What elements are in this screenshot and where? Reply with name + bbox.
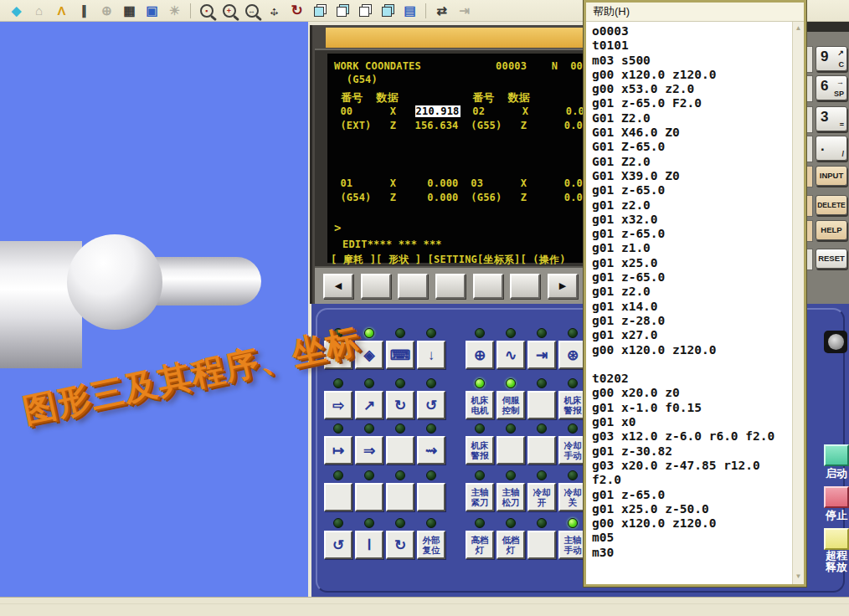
btn-blank[interactable]	[355, 483, 383, 511]
program-list-icon[interactable]: ▤	[399, 1, 421, 20]
pan-icon[interactable]	[263, 1, 286, 20]
tool-setup-icon[interactable]: Λ	[50, 1, 73, 20]
btn-skip[interactable]: ↗	[355, 391, 383, 419]
workpiece-icon[interactable]: ◆	[5, 1, 28, 20]
btn-machine-motor[interactable]: 机床 电机	[466, 391, 494, 419]
led-indicator	[475, 518, 485, 528]
machine-operate-icon[interactable]: ▦	[118, 1, 141, 20]
key-reset[interactable]: RESET	[816, 249, 847, 269]
cnc-display-unit: WORK COONDATES 00003 N 0003 (G54) 番号 数据 …	[310, 25, 586, 304]
key-9[interactable]: 9 ↗ C	[816, 46, 847, 71]
btn-coolant-manual[interactable]: 冷却 手动	[558, 436, 587, 465]
scroll-down-icon[interactable]: ▼	[793, 572, 804, 580]
btn-coolant-on[interactable]: 冷却 开	[527, 483, 556, 511]
btn-cycle[interactable]: ↺	[324, 531, 352, 559]
light-icon[interactable]: ☀	[163, 1, 186, 20]
key-3[interactable]: 3 =	[816, 106, 847, 131]
btn-index[interactable]: Ⅰ	[355, 531, 383, 559]
softkey-next-button[interactable]: ▶	[548, 274, 578, 299]
btn-machine-alarm[interactable]: 机床 警报	[558, 391, 587, 419]
key-delete[interactable]: DELETE	[816, 195, 847, 215]
key-help[interactable]: HELP	[816, 220, 847, 240]
swap-view-icon[interactable]: ⇄	[430, 1, 453, 20]
cycle-start-button[interactable]	[824, 444, 849, 466]
measure-icon[interactable]: ∥	[73, 1, 95, 20]
btn-spindle-rotate[interactable]: ↻	[386, 531, 414, 559]
btn-opt-stop[interactable]: ↦	[324, 436, 352, 465]
menu-help[interactable]: 帮助(H)	[586, 4, 630, 19]
view-side-icon[interactable]	[353, 1, 376, 20]
btn-spindle-clamp[interactable]: 主轴 紧刀	[466, 483, 494, 511]
btn-dnc[interactable]: ↓	[417, 341, 445, 369]
partial-key[interactable]	[806, 220, 813, 242]
btn-blank[interactable]	[324, 483, 352, 511]
btn-servo-control[interactable]: 伺服 控制	[497, 391, 525, 419]
btn-coolant-off[interactable]: 冷却 关	[558, 483, 587, 511]
btn-mdi[interactable]: ⌨	[386, 341, 414, 369]
partial-key[interactable]	[806, 195, 813, 217]
btn-spindle-unclamp[interactable]: 主轴 松刀	[497, 483, 525, 511]
rotate-icon[interactable]: ↻	[286, 1, 308, 20]
viewport-canvas[interactable]: 图形三及其程序、坐标	[0, 22, 308, 597]
btn-program-restart[interactable]: ⇝	[417, 436, 445, 465]
btn-machine-lock[interactable]: ↺	[417, 391, 445, 419]
btn-blank[interactable]	[386, 483, 414, 511]
view-iso-icon[interactable]	[308, 1, 331, 20]
btn-single-block[interactable]: ⇨	[324, 391, 352, 419]
exit-icon[interactable]: ⇥	[453, 1, 476, 20]
partial-key[interactable]	[806, 46, 813, 73]
btn-blank[interactable]	[386, 436, 414, 465]
btn-machine-alarm-2[interactable]: 机床 警报	[466, 436, 494, 465]
view-front-icon[interactable]	[331, 1, 353, 20]
view-top-icon[interactable]	[376, 1, 399, 20]
btn-blank[interactable]	[527, 531, 556, 559]
partial-key[interactable]	[806, 166, 813, 187]
btn-external-reset[interactable]: 外部 复位	[417, 531, 445, 559]
feed-hold-button[interactable]	[824, 486, 849, 508]
softkey-button[interactable]	[473, 274, 503, 299]
btn-dry-run[interactable]: ↻	[386, 391, 414, 419]
partial-key[interactable]	[806, 249, 813, 270]
softkey-button[interactable]	[398, 274, 428, 299]
partial-key[interactable]	[806, 106, 813, 133]
softkey-button[interactable]	[510, 274, 540, 299]
btn-blank[interactable]	[527, 391, 556, 419]
key-dot[interactable]: . /	[816, 136, 847, 161]
program-window: 帮助(H) o0003 t0101 m03 s500 g00 x120.0 z1…	[584, 0, 806, 587]
machine-icon[interactable]: ⌂	[28, 1, 50, 20]
softkey-prev-button[interactable]: ◀	[323, 274, 353, 299]
btn-block-delete[interactable]: ⇒	[355, 436, 383, 465]
btn-blank[interactable]	[497, 436, 525, 465]
btn-blank[interactable]	[527, 436, 556, 465]
datum-icon[interactable]: ⊕	[95, 1, 118, 20]
scroll-up-icon[interactable]: ▲	[793, 24, 804, 32]
btn-ref-return[interactable]: ⊕	[466, 341, 494, 369]
screen-prompt: >	[334, 221, 582, 234]
btn-handwheel[interactable]: ⊛	[558, 341, 587, 369]
btn-low-gear-lamp[interactable]: 低档 灯	[497, 531, 525, 559]
partial-key[interactable]	[806, 75, 813, 102]
scrollbar[interactable]: ▲ ▼	[792, 22, 804, 584]
monitor-icon[interactable]: ▣	[141, 1, 163, 20]
btn-jog[interactable]: ∿	[497, 341, 525, 369]
overtravel-release-button[interactable]	[824, 528, 849, 550]
toolbar-separator	[190, 3, 191, 18]
btn-spindle-manual[interactable]: 主轴 手动	[558, 531, 587, 559]
zoom-in-icon[interactable]: +	[218, 1, 240, 20]
btn-increment[interactable]: ⇥	[527, 341, 556, 369]
screen-col-headers: 番号 数据 番号 数据	[334, 90, 582, 105]
led-indicator	[475, 378, 485, 388]
key-input[interactable]: INPUT	[816, 166, 847, 186]
btn-high-gear-lamp[interactable]: 高档 灯	[466, 531, 494, 559]
btn-blank[interactable]	[417, 483, 445, 511]
zoom-fit-icon[interactable]: ↔	[240, 1, 263, 20]
softkey-button[interactable]	[435, 274, 466, 299]
softkey-button[interactable]	[361, 274, 391, 299]
gcode-editor[interactable]: o0003 t0101 m03 s500 g00 x120.0 z120.0 g…	[586, 22, 793, 584]
zoom-window-icon[interactable]: ▪	[195, 1, 218, 20]
feed-override-knob[interactable]	[824, 331, 847, 353]
feed-hold-label: 停止	[816, 510, 849, 521]
partial-key[interactable]	[806, 136, 813, 162]
panel-row-1: ➡ ◈ ⌨ ↓ ⊕ ∿ ⇥ ⊛	[324, 328, 589, 369]
key-6[interactable]: 6 → SP	[816, 75, 847, 100]
